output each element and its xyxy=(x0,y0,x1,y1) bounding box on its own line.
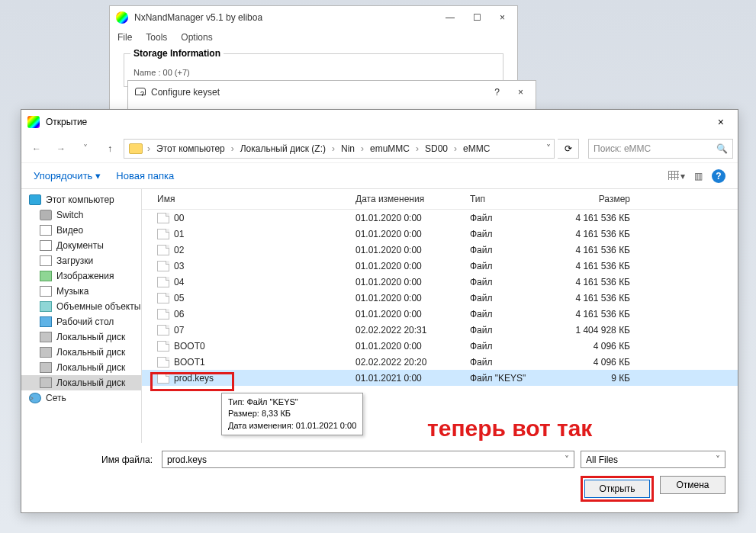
dialog-footer: Имя файла: prod.keys ˅ All Files ˅ Откры… xyxy=(21,443,738,512)
breadcrumb-bar[interactable]: › Этот компьютер › Локальный диск (Z:) ›… xyxy=(124,139,555,159)
header-type[interactable]: Тип xyxy=(470,194,561,204)
window-controls: — ☐ × xyxy=(446,12,511,23)
sidebar-item-label: Объемные объекты xyxy=(56,301,140,312)
file-row[interactable]: 0001.01.2020 0:00Файл4 161 536 КБ xyxy=(142,210,738,226)
sidebar-item[interactable]: >Сеть xyxy=(21,390,141,406)
file-row[interactable]: 0201.01.2020 0:00Файл4 161 536 КБ xyxy=(142,242,738,258)
sidebar-item[interactable]: Локальный диск xyxy=(21,329,141,345)
file-name: 00 xyxy=(174,213,355,223)
sidebar-item[interactable]: Изображения xyxy=(21,268,141,284)
sidebar-item[interactable]: Документы xyxy=(21,238,141,253)
file-icon xyxy=(157,229,169,239)
file-icon xyxy=(157,373,169,384)
close-button[interactable]: × xyxy=(500,12,505,23)
desktop-icon xyxy=(40,316,52,327)
file-date: 01.01.2020 0:00 xyxy=(355,261,470,271)
info-row: Name : 00 (+7) xyxy=(134,68,494,77)
sidebar-item-label: Изображения xyxy=(56,271,114,281)
back-button[interactable]: ← xyxy=(26,140,47,158)
file-size: 4 161 536 КБ xyxy=(561,309,645,319)
breadcrumb-item[interactable]: emuMMC xyxy=(367,142,413,156)
breadcrumb-item[interactable]: Локальный диск (Z:) xyxy=(237,142,329,156)
file-size: 1 404 928 КБ xyxy=(561,325,645,336)
dialog-body: Этот компьютерSwitchВидеоДокументыЗагруз… xyxy=(21,189,738,443)
file-row[interactable]: BOOT102.02.2022 20:20Файл4 096 КБ xyxy=(142,354,738,370)
new-folder-button[interactable]: Новая папка xyxy=(116,170,174,181)
menu-tools[interactable]: Tools xyxy=(146,32,167,43)
sidebar-item[interactable]: Загрузки xyxy=(21,253,141,268)
file-size: 4 161 536 КБ xyxy=(561,245,645,255)
doc-icon xyxy=(40,240,52,251)
chevron-down-icon[interactable]: ˅ xyxy=(546,143,551,154)
sidebar-item[interactable]: Этот компьютер xyxy=(21,192,141,207)
file-icon xyxy=(157,245,169,255)
breadcrumb-item[interactable]: Этот компьютер xyxy=(153,142,228,156)
button-row: Открыть Отмена xyxy=(34,476,725,502)
minimize-button[interactable]: — xyxy=(446,12,455,23)
file-size: 9 КБ xyxy=(561,373,645,384)
sidebar-item[interactable]: Локальный диск xyxy=(21,345,141,360)
breadcrumb-item[interactable]: eMMC xyxy=(460,142,493,156)
help-button[interactable]: ? xyxy=(494,87,500,98)
dialog-titlebar: Открытие × xyxy=(21,110,738,134)
file-icon xyxy=(157,261,169,271)
file-row[interactable]: 0401.01.2020 0:00Файл4 161 536 КБ xyxy=(142,274,738,290)
header-date[interactable]: Дата изменения xyxy=(355,194,470,204)
sidebar-item[interactable]: Музыка xyxy=(21,284,141,299)
file-row[interactable]: 0501.01.2020 0:00Файл4 161 536 КБ xyxy=(142,290,738,306)
app-icon xyxy=(116,11,128,24)
titlebar: Configure keyset ? × xyxy=(128,81,536,104)
sidebar-item[interactable]: Рабочий стол xyxy=(21,314,141,329)
close-button[interactable]: × xyxy=(518,87,523,98)
maximize-button[interactable]: ☐ xyxy=(473,12,481,23)
cancel-button[interactable]: Отмена xyxy=(660,476,725,494)
file-date: 01.01.2020 0:00 xyxy=(355,229,470,239)
file-type: Файл "KEYS" xyxy=(470,373,561,384)
file-row[interactable]: 0601.01.2020 0:00Файл4 161 536 КБ xyxy=(142,306,738,322)
sidebar-item-label: Сеть xyxy=(46,393,66,403)
sidebar-item[interactable]: Локальный диск xyxy=(21,360,141,375)
file-row[interactable]: 0101.01.2020 0:00Файл4 161 536 КБ xyxy=(142,226,738,242)
breadcrumb-item[interactable]: Nin xyxy=(338,142,358,156)
filename-input[interactable]: prod.keys ˅ xyxy=(162,451,574,468)
organize-button[interactable]: Упорядочить ▾ xyxy=(34,170,101,181)
file-row[interactable]: BOOT001.01.2020 0:00Файл4 096 КБ xyxy=(142,338,738,354)
close-button[interactable]: × xyxy=(710,113,732,131)
sidebar-item-label: Загрузки xyxy=(56,255,93,266)
file-name: prod.keys xyxy=(174,373,355,384)
search-input[interactable]: Поиск: eMMC 🔍 xyxy=(588,139,733,159)
sidebar-item[interactable]: Объемные объекты xyxy=(21,299,141,314)
file-row[interactable]: prod.keys01.01.2021 0:00Файл "KEYS"9 КБ xyxy=(142,370,738,386)
disk-icon xyxy=(40,362,52,373)
file-type: Файл xyxy=(470,357,561,368)
open-button[interactable]: Открыть xyxy=(584,480,650,498)
forward-button[interactable]: → xyxy=(50,140,72,158)
app-icon xyxy=(27,116,40,128)
header-name[interactable]: Имя xyxy=(157,194,355,204)
help-button[interactable]: ? xyxy=(712,169,725,183)
menu-bar: File Tools Options xyxy=(110,29,517,46)
up-button[interactable]: ↑ xyxy=(99,140,121,158)
refresh-button[interactable]: ⟳ xyxy=(558,139,579,159)
header-size[interactable]: Размер xyxy=(561,194,645,204)
recent-dropdown[interactable]: ˅ xyxy=(75,140,96,158)
chevron-down-icon[interactable]: ˅ xyxy=(565,454,569,465)
file-row[interactable]: 0702.02.2022 20:31Файл1 404 928 КБ xyxy=(142,322,738,338)
file-icon xyxy=(157,213,169,223)
tooltip-date: Дата изменения: 01.01.2021 0:00 xyxy=(228,420,356,432)
view-details-button[interactable]: ▾ xyxy=(668,171,685,181)
menu-file[interactable]: File xyxy=(117,32,132,43)
view-preview-button[interactable]: ▥ xyxy=(694,171,703,181)
breadcrumb-item[interactable]: SD00 xyxy=(422,142,451,156)
file-size: 4 161 536 КБ xyxy=(561,229,645,239)
file-size: 4 096 КБ xyxy=(561,341,645,352)
sidebar-item[interactable]: Локальный диск xyxy=(21,375,141,390)
file-row[interactable]: 0301.01.2020 0:00Файл4 161 536 КБ xyxy=(142,258,738,274)
sidebar-item[interactable]: Видео xyxy=(21,223,141,238)
filetype-filter[interactable]: All Files ˅ xyxy=(581,451,725,468)
chevron-down-icon[interactable]: ˅ xyxy=(716,454,720,465)
sidebar-item[interactable]: Switch xyxy=(21,207,141,223)
menu-options[interactable]: Options xyxy=(181,32,212,43)
file-date: 01.01.2020 0:00 xyxy=(355,293,470,303)
filename-row: Имя файла: prod.keys ˅ All Files ˅ xyxy=(34,451,725,468)
